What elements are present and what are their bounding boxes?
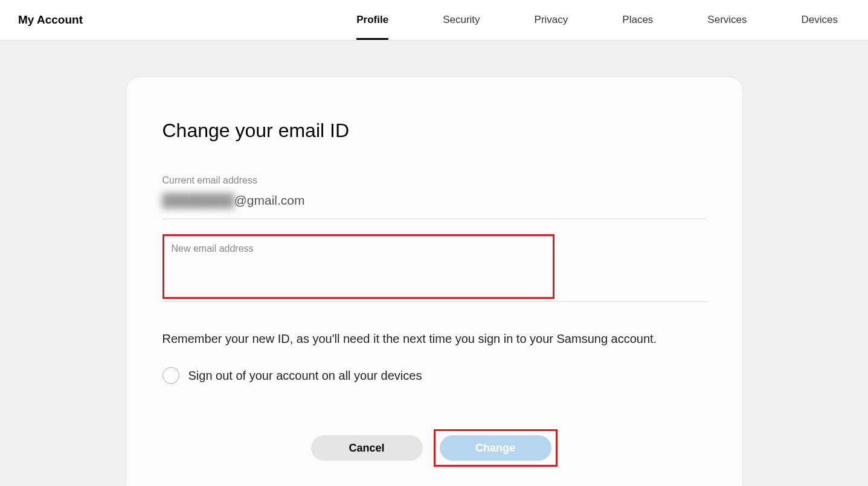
button-row: Cancel Change — [162, 429, 706, 467]
signout-checkbox-label: Sign out of your account on all your dev… — [188, 369, 422, 383]
nav-tab-privacy[interactable]: Privacy — [535, 0, 568, 40]
new-email-label: New email address — [172, 243, 545, 254]
signout-checkbox[interactable] — [162, 367, 179, 384]
change-button-highlight: Change — [434, 429, 558, 467]
nav-tab-services[interactable]: Services — [707, 0, 747, 40]
card-title: Change your email ID — [162, 120, 706, 142]
cancel-button[interactable]: Cancel — [311, 435, 423, 461]
current-email-hidden: ████████ — [162, 193, 234, 208]
top-nav: Profile Security Privacy Places Services… — [356, 0, 850, 40]
current-email-value: ████████@gmail.com — [162, 193, 706, 219]
change-button[interactable]: Change — [440, 435, 551, 461]
current-email-label: Current email address — [162, 175, 706, 186]
header: My Account Profile Security Privacy Plac… — [0, 0, 868, 40]
page-title: My Account — [18, 13, 83, 27]
new-email-highlight: New email address — [162, 234, 555, 299]
current-email-visible: @gmail.com — [234, 193, 305, 207]
current-email-field: Current email address ████████@gmail.com — [162, 175, 706, 219]
nav-tab-security[interactable]: Security — [443, 0, 480, 40]
new-email-wrapper: New email address — [162, 234, 706, 302]
signout-checkbox-row: Sign out of your account on all your dev… — [162, 367, 706, 384]
nav-tab-profile[interactable]: Profile — [356, 0, 388, 40]
input-underline — [162, 301, 706, 302]
nav-tab-places[interactable]: Places — [622, 0, 653, 40]
change-email-card: Change your email ID Current email addre… — [126, 77, 743, 486]
reminder-text: Remember your new ID, as you'll need it … — [162, 332, 706, 346]
new-email-input[interactable] — [172, 260, 545, 273]
nav-tab-devices[interactable]: Devices — [802, 0, 838, 40]
content-area: Change your email ID Current email addre… — [0, 40, 868, 486]
